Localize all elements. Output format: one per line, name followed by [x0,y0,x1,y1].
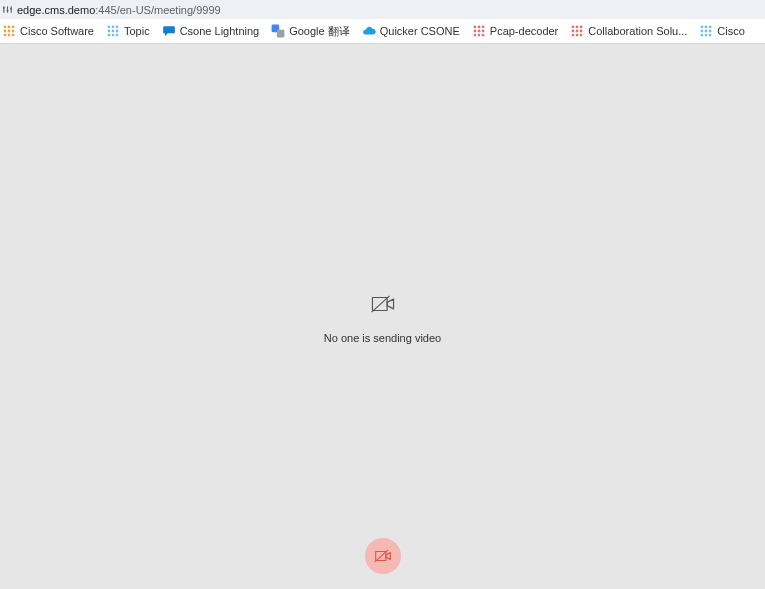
bookmark-cisco[interactable]: Cisco [699,24,745,38]
svg-point-42 [576,34,579,37]
svg-point-50 [701,34,704,37]
translate-icon [271,24,285,38]
svg-point-35 [572,26,575,29]
svg-point-33 [477,34,480,37]
svg-point-28 [481,26,484,29]
svg-rect-53 [372,298,387,311]
svg-point-26 [473,26,476,29]
camera-off-icon [370,294,396,318]
svg-point-21 [108,34,111,37]
meeting-content: No one is sending video [0,44,765,589]
bookmark-label: Google 翻译 [289,24,350,39]
camera-off-icon [374,549,392,563]
grid-icon [106,24,120,38]
bookmark-label: Pcap-decoder [490,25,559,37]
bookmark-csone-lightning[interactable]: Csone Lightning [162,24,260,38]
bookmarks-bar: Cisco Software Topic Csone Lightning Goo… [0,19,765,44]
svg-line-54 [371,296,389,312]
url-path: :445/en-US/meeting/9999 [95,4,220,16]
svg-point-22 [112,34,115,37]
svg-point-11 [12,30,15,33]
grid-icon [699,24,713,38]
svg-point-14 [12,34,15,37]
cloud-icon [362,24,376,38]
bookmark-quicker-csone[interactable]: Quicker CSONE [362,24,460,38]
address-text[interactable]: edge.cms.demo:445/en-US/meeting/9999 [17,4,221,16]
address-bar[interactable]: edge.cms.demo:445/en-US/meeting/9999 [0,0,765,19]
svg-point-37 [580,26,583,29]
no-video-text: No one is sending video [324,332,441,344]
svg-point-16 [112,26,115,29]
grid-icon [2,24,16,38]
url-host: edge.cms.demo [17,4,95,16]
bookmark-cisco-software[interactable]: Cisco Software [2,24,94,38]
svg-point-9 [4,30,7,33]
svg-point-6 [4,26,7,29]
svg-point-30 [477,30,480,33]
site-settings-icon[interactable] [2,4,13,15]
svg-point-51 [705,34,708,37]
svg-rect-4 [7,10,9,11]
svg-point-10 [8,30,11,33]
bookmark-label: Csone Lightning [180,25,260,37]
bookmark-pcap-decoder[interactable]: Pcap-decoder [472,24,559,38]
toggle-camera-button[interactable] [365,538,401,574]
svg-point-49 [709,30,712,33]
svg-point-15 [108,26,111,29]
svg-point-48 [705,30,708,33]
svg-point-18 [108,30,111,33]
svg-point-39 [576,30,579,33]
svg-rect-5 [10,8,12,9]
svg-point-38 [572,30,575,33]
bookmark-label: Cisco Software [20,25,94,37]
svg-point-40 [580,30,583,33]
chat-icon [162,24,176,38]
svg-rect-25 [277,30,285,38]
svg-point-13 [8,34,11,37]
bookmark-label: Quicker CSONE [380,25,460,37]
svg-point-23 [116,34,119,37]
bookmark-google-translate[interactable]: Google 翻译 [271,24,350,39]
svg-point-29 [473,30,476,33]
svg-point-32 [473,34,476,37]
svg-point-8 [12,26,15,29]
svg-point-52 [709,34,712,37]
svg-point-19 [112,30,115,33]
grid-icon [570,24,584,38]
svg-point-45 [705,26,708,29]
svg-point-20 [116,30,119,33]
svg-point-12 [4,34,7,37]
grid-icon [472,24,486,38]
svg-point-7 [8,26,11,29]
bookmark-label: Collaboration Solu... [588,25,687,37]
svg-point-36 [576,26,579,29]
bookmark-topic[interactable]: Topic [106,24,150,38]
svg-point-41 [572,34,575,37]
svg-point-46 [709,26,712,29]
no-video-placeholder: No one is sending video [0,294,765,344]
bookmark-label: Topic [124,25,150,37]
svg-point-27 [477,26,480,29]
svg-point-44 [701,26,704,29]
svg-point-17 [116,26,119,29]
bookmark-collaboration-solutions[interactable]: Collaboration Solu... [570,24,687,38]
bookmark-label: Cisco [717,25,745,37]
svg-point-43 [580,34,583,37]
svg-point-47 [701,30,704,33]
svg-point-31 [481,30,484,33]
svg-point-34 [481,34,484,37]
svg-rect-3 [3,7,5,8]
